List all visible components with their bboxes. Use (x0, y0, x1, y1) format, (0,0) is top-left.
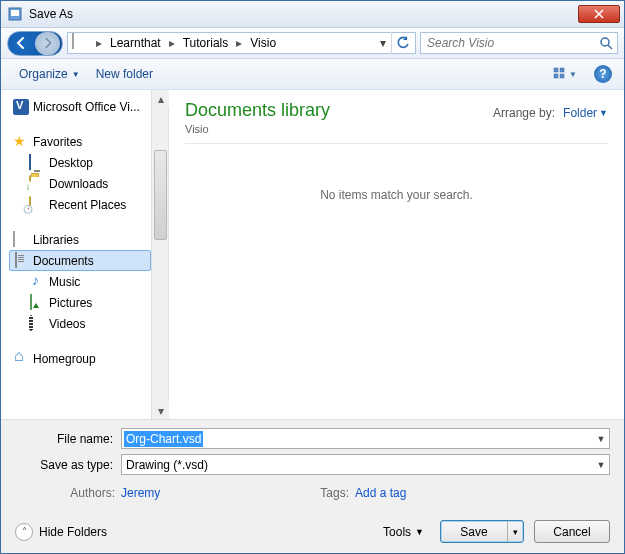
star-icon: ★ (13, 134, 29, 150)
chevron-down-icon[interactable]: ▼ (593, 434, 609, 444)
view-options-button[interactable]: ▼ (548, 63, 582, 85)
crumb-visio[interactable]: Visio (246, 33, 280, 53)
scroll-up-icon[interactable]: ▴ (152, 90, 169, 107)
music-icon (29, 274, 45, 290)
chevron-down-icon: ▼ (72, 70, 80, 79)
dialog-body: Microsoft Office Vi... ★ Favorites Deskt… (1, 90, 624, 419)
content-pane: Documents library Visio Arrange by: Fold… (169, 90, 624, 419)
chevron-down-icon[interactable]: ▼ (593, 460, 609, 470)
library-title: Documents library (185, 100, 330, 121)
chevron-down-icon: ▼ (415, 527, 424, 537)
svg-rect-5 (560, 68, 564, 72)
close-button[interactable] (578, 5, 620, 23)
tree-group-homegroup[interactable]: Homegroup (9, 348, 151, 369)
crumb-sep-icon[interactable]: ▸ (232, 33, 246, 53)
savetype-combo[interactable]: Drawing (*.vsd) ▼ (121, 454, 610, 475)
filename-label: File name: (15, 432, 121, 446)
tree-item-documents[interactable]: Documents (9, 250, 151, 271)
svg-line-3 (608, 45, 612, 49)
save-button[interactable]: Save ▾ (440, 520, 524, 543)
pictures-icon (29, 295, 45, 311)
visio-icon (13, 99, 29, 115)
new-folder-button[interactable]: New folder (90, 63, 159, 85)
search-input[interactable] (421, 36, 595, 50)
path-dropdown-icon[interactable]: ▾ (375, 36, 391, 50)
help-button[interactable]: ? (594, 65, 612, 83)
libraries-icon (72, 34, 90, 52)
svg-rect-1 (11, 10, 19, 16)
empty-message: No items match your search. (185, 188, 608, 202)
arrange-by-dropdown[interactable]: Folder ▼ (563, 106, 608, 120)
nav-bar: ▸ Learnthat ▸ Tutorials ▸ Visio ▾ (1, 28, 624, 59)
crumb-tutorials[interactable]: Tutorials (179, 33, 233, 53)
back-button[interactable] (8, 32, 33, 55)
savetype-value: Drawing (*.vsd) (122, 458, 212, 472)
tags-label: Tags: (320, 486, 355, 500)
crumb-root-dropdown[interactable]: ▸ (92, 33, 106, 53)
breadcrumb-bar[interactable]: ▸ Learnthat ▸ Tutorials ▸ Visio ▾ (67, 32, 416, 54)
filename-combo[interactable]: Org-Chart.vsd ▼ (121, 428, 610, 449)
arrange-by-label: Arrange by: (493, 106, 555, 120)
window-title: Save As (29, 7, 578, 21)
documents-icon (13, 253, 29, 269)
svg-rect-7 (560, 74, 564, 78)
svg-rect-6 (554, 74, 558, 78)
tree-scrollbar[interactable]: ▴ ▾ (151, 90, 168, 419)
scroll-thumb[interactable] (154, 150, 167, 240)
filename-input[interactable]: Org-Chart.vsd (124, 431, 203, 447)
toolbar: Organize ▼ New folder ▼ ? (1, 59, 624, 90)
scroll-down-icon[interactable]: ▾ (152, 402, 169, 419)
tree-item-music[interactable]: Music (9, 271, 151, 292)
library-subtitle: Visio (185, 123, 330, 135)
tree-item-office[interactable]: Microsoft Office Vi... (9, 96, 151, 117)
homegroup-icon (13, 351, 29, 367)
tree-item-videos[interactable]: Videos (9, 313, 151, 334)
tags-value[interactable]: Add a tag (355, 486, 406, 500)
authors-label: Authors: (15, 486, 121, 500)
tree-group-favorites[interactable]: ★ Favorites (9, 131, 151, 152)
tree-item-downloads[interactable]: Downloads (9, 173, 151, 194)
svg-point-2 (601, 38, 609, 46)
chevron-up-icon: ˄ (15, 523, 33, 541)
app-icon (7, 6, 23, 22)
tree-item-desktop[interactable]: Desktop (9, 152, 151, 173)
navigation-pane: Microsoft Office Vi... ★ Favorites Deskt… (1, 90, 169, 419)
organize-button[interactable]: Organize ▼ (13, 63, 86, 85)
bottom-panel: File name: Org-Chart.vsd ▼ Save as type:… (1, 419, 624, 553)
downloads-icon (29, 176, 45, 192)
recent-icon (29, 197, 45, 213)
tree-group-libraries[interactable]: Libraries (9, 229, 151, 250)
save-split-dropdown[interactable]: ▾ (507, 521, 523, 542)
crumb-sep-icon[interactable]: ▸ (165, 33, 179, 53)
tools-dropdown[interactable]: Tools ▼ (377, 523, 430, 541)
nav-buttons (7, 31, 63, 56)
refresh-button[interactable] (391, 32, 413, 54)
crumb-learnthat[interactable]: Learnthat (106, 33, 165, 53)
tree-item-recent[interactable]: Recent Places (9, 194, 151, 215)
save-as-dialog: Save As ▸ Learnthat ▸ Tutorials ▸ Visio … (0, 0, 625, 554)
search-box[interactable] (420, 32, 618, 54)
hide-folders-button[interactable]: ˄ Hide Folders (15, 523, 107, 541)
forward-button[interactable] (35, 32, 60, 55)
savetype-label: Save as type: (15, 458, 121, 472)
videos-icon (29, 316, 45, 332)
svg-rect-4 (554, 68, 558, 72)
cancel-button[interactable]: Cancel (534, 520, 610, 543)
tree-item-pictures[interactable]: Pictures (9, 292, 151, 313)
authors-value[interactable]: Jeremy (121, 486, 160, 500)
chevron-down-icon: ▼ (599, 108, 608, 118)
libraries-icon (13, 232, 29, 248)
desktop-icon (29, 155, 45, 171)
title-bar: Save As (1, 1, 624, 28)
search-icon[interactable] (595, 36, 617, 50)
